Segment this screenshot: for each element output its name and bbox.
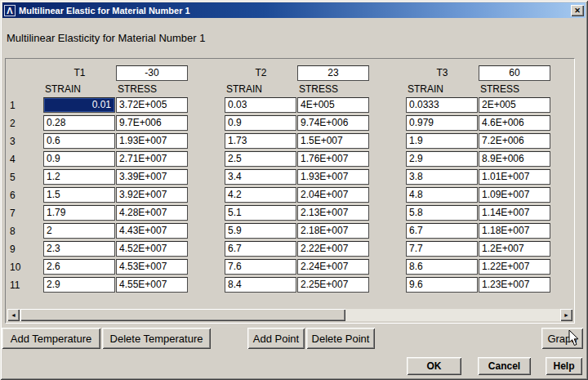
stress-cell[interactable]: 2.22E+007: [297, 241, 369, 257]
row-number: 5: [7, 172, 43, 183]
strain-cell[interactable]: 0.9: [43, 151, 115, 167]
stress-cell[interactable]: 4E+005: [297, 97, 369, 113]
stress-cell[interactable]: 1.5E+007: [297, 133, 369, 149]
stress-header: STRESS: [297, 83, 370, 95]
delete-temperature-button[interactable]: Delete Temperature: [102, 328, 211, 349]
stress-cell[interactable]: 1.2E+007: [479, 241, 550, 257]
strain-cell[interactable]: 2.9: [43, 277, 115, 293]
strain-cell[interactable]: 1.79: [43, 205, 115, 221]
strain-cell[interactable]: 8.4: [225, 277, 296, 293]
strain-cell[interactable]: 9.6: [406, 277, 478, 293]
strain-cell[interactable]: 3.8: [406, 169, 478, 185]
table-row: 71.794.28E+0075.12.13E+0075.81.14E+007: [7, 205, 573, 221]
table-row: 10.013.72E+0050.034E+0050.03332E+005: [7, 97, 573, 113]
strain-cell[interactable]: 0.9: [225, 115, 296, 131]
add-temperature-button[interactable]: Add Temperature: [2, 328, 100, 349]
close-icon[interactable]: ✕: [571, 5, 584, 16]
strain-cell[interactable]: 5.9: [225, 223, 296, 239]
strain-stress-grid: T1-30T223T360STRAINSTRESSSTRAINSTRESSSTR…: [7, 65, 573, 295]
stress-cell[interactable]: 4.6E+006: [479, 115, 550, 131]
strain-cell[interactable]: 0.979: [406, 115, 478, 131]
stress-cell[interactable]: 2.04E+007: [297, 187, 369, 203]
stress-cell[interactable]: 4.53E+007: [116, 259, 188, 275]
stress-cell[interactable]: 1.93E+007: [297, 169, 369, 185]
horizontal-scrollbar[interactable]: ◄ ►: [7, 309, 572, 321]
strain-header: STRAIN: [43, 83, 116, 95]
ansys-app-icon: Λ: [4, 5, 16, 16]
stress-cell[interactable]: 2.18E+007: [297, 223, 369, 239]
stress-cell[interactable]: 1.09E+007: [479, 187, 550, 203]
strain-cell[interactable]: 2.5: [225, 151, 296, 167]
stress-cell[interactable]: 2.24E+007: [297, 259, 369, 275]
stress-cell[interactable]: 1.23E+007: [479, 277, 550, 293]
strain-cell[interactable]: 2.3: [43, 241, 115, 257]
row-number: 2: [7, 118, 43, 129]
graph-button[interactable]: Graph: [541, 328, 583, 349]
table-row: 102.64.53E+0077.62.24E+0078.61.22E+007: [7, 259, 573, 275]
scroll-right-icon[interactable]: ►: [560, 309, 572, 321]
strain-cell[interactable]: 1.9: [406, 133, 478, 149]
table-row: 30.61.93E+0071.731.5E+0071.97.2E+006: [7, 133, 573, 149]
strain-cell[interactable]: 3.4: [225, 169, 296, 185]
temperature-input[interactable]: 23: [297, 65, 369, 81]
table-row: 40.92.71E+0072.51.76E+0072.98.9E+006: [7, 151, 573, 167]
temperature-label: T2: [225, 67, 297, 78]
cancel-button[interactable]: Cancel: [478, 357, 531, 375]
add-point-button[interactable]: Add Point: [247, 328, 305, 349]
strain-cell[interactable]: 6.7: [225, 241, 296, 257]
strain-cell[interactable]: 1.73: [225, 133, 296, 149]
stress-cell[interactable]: 8.9E+006: [479, 151, 550, 167]
row-number: 1: [7, 100, 43, 111]
strain-cell[interactable]: 0.28: [43, 115, 115, 131]
stress-cell[interactable]: 4.28E+007: [116, 205, 188, 221]
strain-cell[interactable]: 5.8: [406, 205, 478, 221]
help-button[interactable]: Help: [546, 357, 582, 375]
strain-cell[interactable]: 7.6: [225, 259, 296, 275]
stress-cell[interactable]: 3.39E+007: [116, 169, 188, 185]
strain-cell[interactable]: 0.6: [43, 133, 115, 149]
stress-cell[interactable]: 2.13E+007: [297, 205, 369, 221]
stress-cell[interactable]: 4.43E+007: [116, 223, 188, 239]
stress-cell[interactable]: 1.01E+007: [479, 169, 550, 185]
stress-cell[interactable]: 1.22E+007: [479, 259, 550, 275]
strain-cell[interactable]: 4.2: [225, 187, 296, 203]
stress-cell[interactable]: 4.55E+007: [116, 277, 188, 293]
strain-cell[interactable]: 1.2: [43, 169, 115, 185]
stress-cell[interactable]: 2.25E+007: [297, 277, 369, 293]
stress-cell[interactable]: 3.72E+005: [116, 97, 188, 113]
stress-cell[interactable]: 3.92E+007: [116, 187, 188, 203]
row-number: 11: [7, 279, 43, 291]
table-row: 112.94.55E+0078.42.25E+0079.61.23E+007: [7, 277, 573, 293]
stress-cell[interactable]: 2.71E+007: [116, 151, 188, 167]
stress-cell[interactable]: 1.76E+007: [297, 151, 369, 167]
strain-cell[interactable]: 5.1: [225, 205, 296, 221]
scroll-left-icon[interactable]: ◄: [7, 309, 20, 321]
stress-cell[interactable]: 2E+005: [479, 97, 550, 113]
temperature-input[interactable]: -30: [116, 65, 188, 81]
stress-cell[interactable]: 9.74E+006: [297, 115, 369, 131]
strain-cell[interactable]: 0.0333: [406, 97, 478, 113]
ok-button[interactable]: OK: [407, 357, 461, 375]
title-bar[interactable]: Λ Multilinear Elastic for Material Numbe…: [2, 2, 586, 18]
stress-cell[interactable]: 4.52E+007: [116, 241, 188, 257]
temperature-input[interactable]: 60: [479, 65, 550, 81]
strain-cell[interactable]: 7.7: [406, 241, 478, 257]
strain-cell[interactable]: 1.5: [43, 187, 115, 203]
strain-cell[interactable]: 8.6: [406, 259, 478, 275]
delete-point-button[interactable]: Delete Point: [306, 328, 375, 349]
stress-cell[interactable]: 1.14E+007: [479, 205, 550, 221]
stress-cell[interactable]: 1.93E+007: [116, 133, 188, 149]
table-row: 61.53.92E+0074.22.04E+0074.81.09E+007: [7, 187, 573, 203]
strain-cell[interactable]: 0.01: [43, 97, 115, 113]
strain-cell[interactable]: 2: [43, 223, 115, 239]
strain-cell[interactable]: 4.8: [406, 187, 478, 203]
scrollbar-thumb[interactable]: [20, 309, 345, 321]
strain-cell[interactable]: 2.9: [406, 151, 478, 167]
stress-cell[interactable]: 1.18E+007: [479, 223, 550, 239]
stress-cell[interactable]: 7.2E+006: [479, 133, 550, 149]
strain-cell[interactable]: 6.7: [406, 223, 478, 239]
window-title: Multilinear Elastic for Material Number …: [19, 6, 571, 16]
strain-cell[interactable]: 0.03: [225, 97, 296, 113]
stress-cell[interactable]: 9.7E+006: [116, 115, 188, 131]
strain-cell[interactable]: 2.6: [43, 259, 115, 275]
